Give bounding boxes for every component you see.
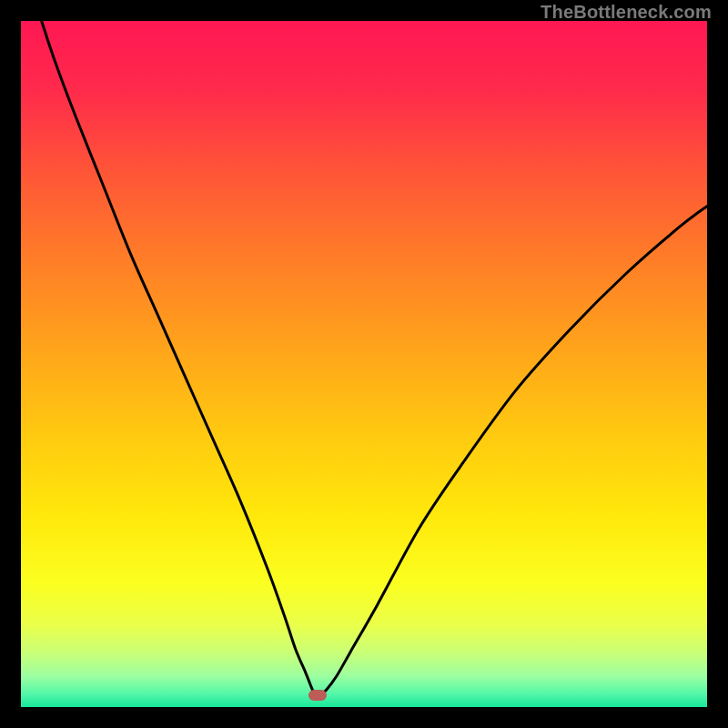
watermark-text: TheBottleneck.com [541,2,712,23]
optimal-point-marker [308,690,327,701]
chart-frame: TheBottleneck.com [0,0,728,728]
plot-area [21,21,707,707]
bottleneck-curve [21,21,707,707]
